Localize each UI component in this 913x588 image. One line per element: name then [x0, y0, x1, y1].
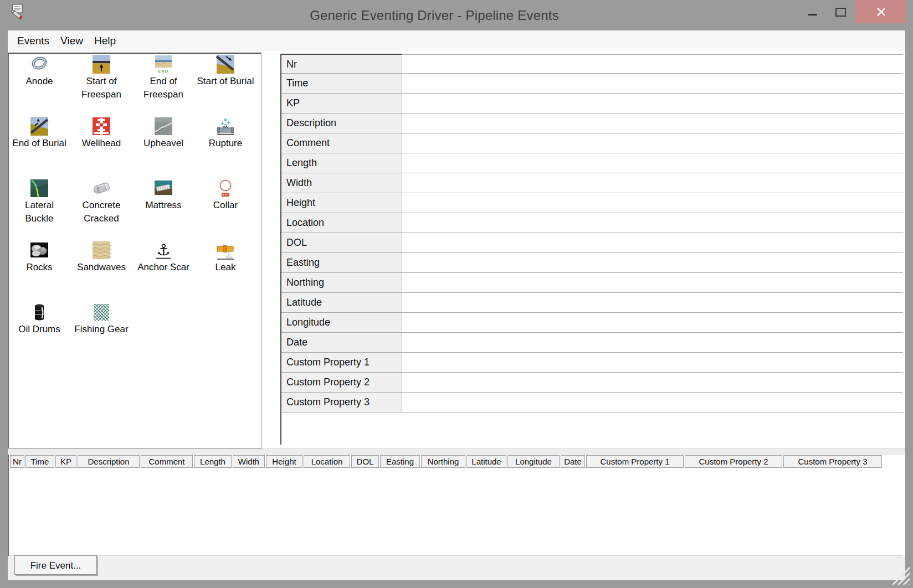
event-type-label: Anode	[11, 75, 68, 88]
event-type-label: Rupture	[197, 137, 254, 150]
property-row-width: Width	[281, 173, 903, 193]
property-value-date[interactable]	[402, 333, 903, 353]
event-type-label: Oil Drums	[11, 323, 68, 336]
column-header-width[interactable]: Width	[233, 455, 265, 468]
event-type-start-of-burial[interactable]: Start of Burial	[197, 54, 254, 116]
property-label: Northing	[281, 273, 402, 293]
window-title: Generic Eventing Driver - Pipeline Event…	[0, 0, 913, 30]
property-value-latitude[interactable]	[402, 293, 903, 313]
column-header-location[interactable]: Location	[304, 455, 350, 468]
maximize-button[interactable]	[830, 0, 853, 23]
event-type-oil-drums[interactable]: Oil Drums	[11, 302, 68, 364]
property-label: Description	[281, 114, 402, 133]
column-header-comment[interactable]: Comment	[141, 455, 193, 468]
column-header-custom-property-3[interactable]: Custom Property 3	[783, 455, 882, 468]
property-value-height[interactable]	[402, 193, 903, 213]
property-value-width[interactable]	[402, 173, 903, 193]
fire-event-button[interactable]: Fire Event...	[14, 555, 97, 575]
event-type-anode[interactable]: Anode	[11, 54, 68, 116]
event-type-label: Wellhead	[73, 137, 130, 150]
column-header-custom-property-2[interactable]: Custom Property 2	[685, 455, 782, 468]
event-type-mattress[interactable]: Mattress	[135, 178, 192, 240]
event-type-fishing-gear[interactable]: Fishing Gear	[73, 302, 130, 364]
property-value-northing[interactable]	[402, 273, 903, 293]
event-type-anchor-scar[interactable]: ⚓ Anchor Scar	[135, 240, 192, 302]
property-label: Custom Property 1	[281, 353, 402, 373]
event-type-label: Mattress	[135, 199, 192, 212]
column-header-dol[interactable]: DOL	[351, 455, 379, 468]
property-value-custom-property-3[interactable]	[402, 393, 903, 412]
column-header-length[interactable]: Length	[194, 455, 232, 468]
property-row-custom-property-1: Custom Property 1	[281, 353, 903, 373]
column-header-kp[interactable]: KP	[55, 455, 76, 468]
menu-view[interactable]: View	[55, 30, 89, 51]
property-value-time[interactable]	[402, 74, 903, 94]
maximize-icon	[835, 8, 846, 17]
property-row-northing: Northing	[281, 273, 903, 293]
minimize-icon	[808, 14, 817, 16]
property-label: Custom Property 2	[281, 373, 402, 393]
event-type-leak[interactable]: Leak	[197, 240, 254, 302]
start-of-freespan-icon	[91, 54, 111, 74]
menu-events[interactable]: Events	[12, 30, 55, 51]
property-value-nr[interactable]	[402, 54, 903, 74]
end-of-burial-icon	[29, 116, 49, 136]
event-type-end-of-freespan[interactable]: ENDEnd of Freespan	[135, 54, 192, 116]
property-label: Date	[281, 333, 402, 353]
menubar: EventsViewHelp	[8, 30, 905, 51]
property-label: Time	[281, 74, 402, 94]
event-type-rupture[interactable]: Rupture	[197, 116, 254, 178]
event-type-rocks[interactable]: Rocks	[11, 240, 68, 302]
anchor-scar-icon: ⚓	[153, 240, 173, 260]
property-label: Easting	[281, 253, 402, 273]
event-type-upheavel[interactable]: Upheavel	[135, 116, 192, 178]
column-header-northing[interactable]: Northing	[421, 455, 465, 468]
event-table-header: NrTimeKPDescriptionCommentLengthWidthHei…	[9, 455, 905, 468]
column-header-height[interactable]: Height	[266, 455, 302, 468]
property-value-longitude[interactable]	[402, 313, 903, 333]
event-type-concrete-cracked[interactable]: Concrete Cracked	[73, 178, 130, 240]
property-row-custom-property-2: Custom Property 2	[281, 373, 903, 393]
column-header-nr[interactable]: Nr	[10, 455, 24, 468]
column-header-custom-property-1[interactable]: Custom Property 1	[586, 455, 684, 468]
svg-text:⚓: ⚓	[156, 241, 170, 259]
event-type-start-of-freespan[interactable]: Start of Freespan	[73, 54, 130, 116]
property-value-location[interactable]	[402, 213, 903, 233]
rocks-icon	[29, 240, 49, 260]
column-header-time[interactable]: Time	[25, 455, 54, 468]
property-value-length[interactable]	[402, 153, 903, 173]
column-header-latitude[interactable]: Latitude	[466, 455, 506, 468]
property-value-comment[interactable]	[402, 133, 903, 153]
property-value-easting[interactable]	[402, 253, 903, 273]
column-header-longitude[interactable]: Longitude	[507, 455, 560, 468]
property-value-custom-property-1[interactable]	[402, 353, 903, 373]
property-value-custom-property-2[interactable]	[402, 373, 903, 393]
event-type-label: End of Freespan	[135, 75, 192, 101]
rupture-icon	[216, 116, 235, 136]
column-header-easting[interactable]: Easting	[380, 455, 420, 468]
minimize-button[interactable]	[803, 0, 829, 23]
property-row-comment: Comment	[281, 133, 903, 153]
property-value-kp[interactable]	[402, 94, 903, 114]
column-header-description[interactable]: Description	[78, 455, 140, 468]
event-type-sandwaves[interactable]: Sandwaves	[73, 240, 130, 302]
menu-help[interactable]: Help	[89, 30, 121, 51]
client-area: EventsViewHelp Anode Start of Freespan E…	[8, 30, 905, 580]
event-type-lateral-buckle[interactable]: Lateral Buckle	[11, 178, 68, 240]
event-type-end-of-burial[interactable]: End of Burial	[11, 116, 68, 178]
property-label: Height	[281, 193, 402, 213]
event-type-collar[interactable]: Collar	[197, 178, 254, 240]
property-value-dol[interactable]	[402, 233, 903, 253]
column-header-date[interactable]: Date	[561, 455, 585, 468]
workspace: Anode Start of Freespan ENDEnd of Freesp…	[8, 51, 905, 580]
event-type-wellhead[interactable]: Wellhead	[73, 116, 130, 178]
property-value-description[interactable]	[402, 114, 903, 133]
event-type-label: Sandwaves	[73, 261, 130, 274]
property-label: Nr	[281, 54, 402, 74]
property-row-location: Location	[281, 213, 903, 233]
property-row-kp: KP	[281, 94, 903, 114]
property-row-custom-property-3: Custom Property 3	[281, 393, 903, 412]
event-type-label: Start of Burial	[197, 75, 254, 88]
property-row-description: Description	[281, 114, 903, 133]
close-button[interactable]	[855, 0, 906, 23]
